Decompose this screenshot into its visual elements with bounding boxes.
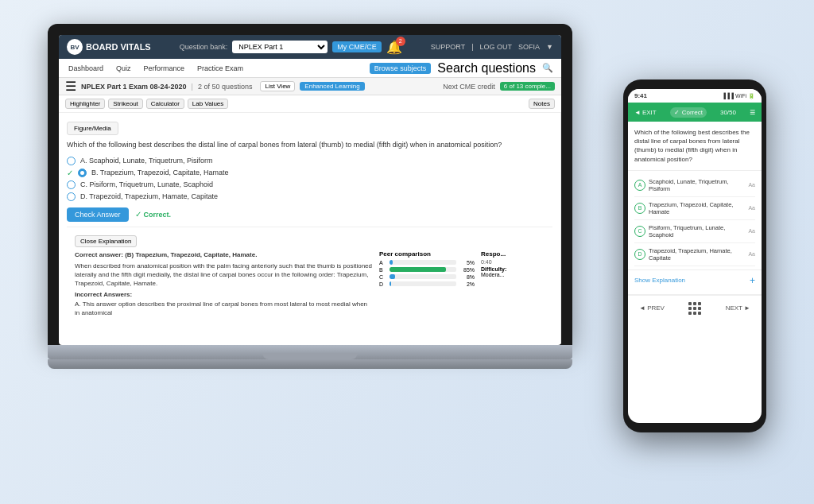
wifi-icon: WiFi (735, 93, 746, 99)
search-icon-button[interactable]: 🔍 (542, 63, 553, 73)
question-count: 2 of 50 questions (198, 83, 253, 91)
list-view-button[interactable]: List View (260, 81, 295, 91)
peer-bar-c: C 8% (379, 274, 475, 280)
phone-explanation-plus-icon: + (750, 275, 755, 286)
notes-button[interactable]: Notes (529, 99, 555, 109)
question-area: Figure/Media Which of the following best… (59, 113, 561, 345)
option-a[interactable]: A. Scaphoid, Lunate, Triquetrum, Pisifor… (67, 157, 552, 165)
question-bank-select[interactable]: NPLEX Part 1 (232, 41, 328, 53)
strikeout-button[interactable]: Strikeout (108, 99, 143, 109)
phone-correct-badge: ✓ Correct (670, 107, 707, 118)
logout-link[interactable]: LOG OUT (480, 43, 513, 51)
search-questions-label: Search questions (437, 61, 536, 76)
logo-icon: BV (67, 39, 83, 55)
peer-comparison: Peer comparison A 5% B (379, 250, 475, 317)
phone-opt-a-circle: A (634, 180, 645, 191)
cme-button[interactable]: My CME/CE (332, 41, 382, 52)
peer-bar-d: D 2% (379, 281, 475, 287)
explanation-grid: Correct answer: (B) Trapezium, Trapezoid… (75, 250, 545, 317)
phone-notch (671, 79, 719, 89)
option-d[interactable]: D. Trapezoid, Trapezium, Hamate, Capitat… (67, 192, 552, 201)
next-cme-label: Next CME credit (443, 83, 495, 91)
peer-bar-a: A 5% (379, 260, 475, 266)
logo-text: BOARD VITALS (86, 42, 151, 52)
phone-screen: 9:41 ▐▐▐ WiFi 🔋 ◄ EXIT ✓ Correct 30/50 (628, 89, 762, 423)
explanation-body: When described from anatomical position … (75, 262, 373, 289)
phone-opt-b-aa: Aa (748, 205, 755, 211)
correct-checkmark: ✓ (135, 210, 141, 219)
close-explanation-button[interactable]: Close Explanation (75, 235, 137, 247)
phone-next-button[interactable]: NEXT ► (726, 304, 750, 312)
lab-values-button[interactable]: Lab Values (188, 99, 228, 109)
nav-dashboard[interactable]: Dashboard (67, 61, 105, 76)
option-a-radio[interactable] (67, 157, 76, 165)
exam-right: Next CME credit 6 of 13 comple... (443, 82, 555, 91)
laptop-base (48, 345, 572, 359)
completion-badge: 6 of 13 comple... (500, 82, 555, 91)
phone-option-a[interactable]: A Scaphoid, Lunate, Triquetrum, Pisiform… (634, 174, 755, 197)
exam-title: NPLEX Part 1 Exam 08-24-2020 (81, 83, 187, 91)
phone-option-c[interactable]: C Pisiform, Triquetrum, Lunate, Scaphoid… (634, 220, 755, 243)
user-name: SOFIA (518, 43, 540, 51)
phone-exit-button[interactable]: ◄ EXIT (634, 109, 657, 116)
option-c[interactable]: C. Pisiform, Triquetrum, Lunate, Scaphoi… (67, 180, 552, 189)
calculator-button[interactable]: Calculator (146, 99, 184, 109)
phone-opt-b-circle: B (634, 203, 645, 214)
phone-opt-d-aa: Aa (748, 251, 755, 257)
option-b-radio[interactable] (78, 169, 87, 177)
nav-quiz[interactable]: Quiz (114, 61, 133, 76)
phone-option-d[interactable]: D Trapezoid, Trapezium, Hamate, Capitate… (634, 243, 755, 266)
app-header: BV BOARD VITALS Question bank: NPLEX Par… (59, 35, 561, 59)
phone-opt-c-circle: C (634, 226, 645, 237)
phone-menu-icon[interactable]: ≡ (750, 107, 755, 118)
exit-label: EXIT (642, 109, 657, 116)
nav-practice-exam[interactable]: Practice Exam (196, 61, 245, 76)
phone-grid-button[interactable] (688, 302, 701, 315)
phone-opt-a-text: Scaphoid, Lunate, Triquetrum, Pisiform (649, 178, 736, 192)
nav-performance[interactable]: Performance (142, 61, 187, 76)
highlighter-button[interactable]: Highlighter (65, 99, 105, 109)
option-c-radio[interactable] (67, 180, 76, 189)
exam-toolbar: ☰ NPLEX Part 1 Exam 08-24-2020 | 2 of 50… (59, 78, 561, 95)
phone-counter: 30/50 (720, 109, 736, 116)
notification-bell[interactable]: 🔔 2 (386, 40, 402, 55)
phone-opt-b-text: Trapezium, Trapezoid, Capitate, Hamate (649, 201, 736, 215)
figure-media-button[interactable]: Figure/Media (67, 122, 118, 135)
phone-prev-button[interactable]: ◄ PREV (639, 304, 665, 312)
support-link[interactable]: SUPPORT (431, 43, 465, 51)
question-text: Which of the following best describes th… (67, 140, 552, 150)
correct-label: Correct. (144, 211, 172, 219)
incorrect-header: Incorrect Answers: (75, 290, 373, 299)
hamburger-icon[interactable]: ☰ (65, 79, 76, 94)
qbank-label: Question bank: (180, 43, 228, 51)
phone-opt-c-text: Pisiform, Triquetrum, Lunate, Scaphoid (649, 224, 736, 238)
app-nav: Dashboard Quiz Performance Practice Exam… (59, 59, 561, 78)
answer-row: Check Answer ✓ Correct. (67, 207, 552, 222)
browse-subjects-button[interactable]: Browse subjects (370, 63, 432, 74)
phone-opt-a-aa: Aa (748, 182, 755, 188)
phone-show-explanation[interactable]: Show Explanation + (628, 269, 762, 291)
phone-opt-c-aa: Aa (748, 228, 755, 234)
phone-option-b[interactable]: B Trapezium, Trapezoid, Capitate, Hamate… (634, 197, 755, 220)
laptop-screen: BV BOARD VITALS Question bank: NPLEX Par… (59, 35, 561, 345)
option-d-radio[interactable] (67, 192, 76, 201)
phone-correct-label: Correct (682, 109, 703, 116)
phone-options: A Scaphoid, Lunate, Triquetrum, Pisiform… (628, 171, 762, 269)
laptop-stand (48, 359, 572, 369)
correct-check-icon: ✓ (674, 109, 680, 116)
laptop: BV BOARD VITALS Question bank: NPLEX Par… (48, 24, 572, 369)
notification-badge: 2 (396, 37, 405, 46)
response-time: 0:40 (481, 259, 545, 265)
signal-icon: ▐▐▐ (722, 93, 734, 99)
enhanced-learning-button[interactable]: Enhanced Learning (300, 82, 364, 91)
user-dropdown-icon[interactable]: ▼ (546, 43, 553, 51)
logo: BV BOARD VITALS (67, 39, 151, 55)
phone-time: 9:41 (634, 92, 647, 99)
peer-bar-b: B 85% (379, 267, 475, 273)
difficulty-value: Modera... (481, 272, 545, 277)
option-b-text: B. Trapezium, Trapezoid, Capitate, Hamat… (91, 169, 229, 176)
option-a-text: A. Scaphoid, Lunate, Triquetrum, Pisifor… (80, 157, 213, 165)
main-content: Figure/Media Which of the following best… (59, 113, 561, 345)
option-b[interactable]: ✓ B. Trapezium, Trapezoid, Capitate, Ham… (67, 169, 552, 177)
check-answer-button[interactable]: Check Answer (67, 207, 129, 222)
